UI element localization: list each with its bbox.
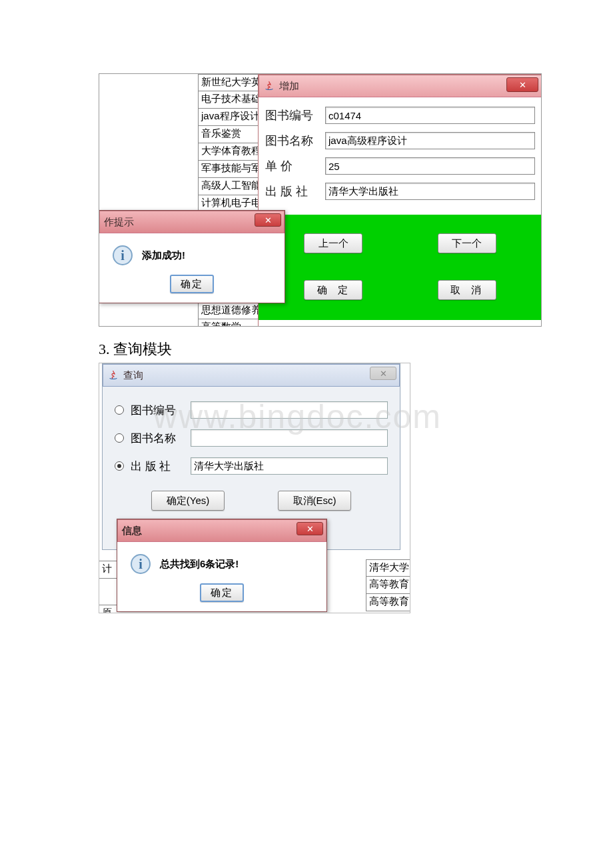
query-cancel-button[interactable]: 取消(Esc) (278, 491, 351, 511)
cell: 原理 (99, 605, 118, 613)
query-body: 图书编号 图书名称 出 版 社 确定(Yes) 取消(Esc) (103, 387, 400, 523)
info-message: 总共找到6条记录! (160, 558, 239, 571)
info-icon: i (113, 245, 133, 265)
java-icon (107, 369, 119, 381)
info-dialog: 信息 ✕ i 总共找到6条记录! 确定 (117, 519, 327, 612)
prompt-message: 添加成功! (142, 249, 185, 262)
book-name-label: 图书名称 (265, 133, 325, 149)
cell: 计 (99, 561, 118, 578)
prompt-dialog: 作提示 ✕ i 添加成功! 确定 (99, 210, 285, 303)
result-right-column: 清华大学 高等教育 高等教育 (366, 559, 410, 611)
book-id-label: 图书编号 (265, 107, 325, 123)
prev-button[interactable]: 上一个 (304, 233, 362, 253)
close-icon: ✕ (265, 215, 272, 225)
close-button[interactable]: ✕ (506, 77, 538, 92)
ok-button[interactable]: 确 定 (304, 280, 362, 300)
query-title: 查询 (123, 369, 143, 382)
screenshot-2: 查询 ✕ 图书编号 图书名称 出 版 社 确定(Yes) 取消(Esc) (99, 363, 410, 613)
info-title: 信息 (122, 525, 142, 537)
radio-book-id-label: 图书编号 (131, 403, 191, 418)
result-left-column: 计 原理 (99, 561, 118, 613)
add-titlebar[interactable]: 增加 ✕ (259, 75, 542, 97)
cell: 清华大学 (366, 559, 410, 577)
cell (99, 578, 118, 605)
add-window: 增加 ✕ 图书编号 图书名称 单 价 出 版 社 上一个 (258, 74, 542, 327)
info-icon: i (131, 554, 151, 574)
cell: 高等教育 (366, 577, 410, 594)
close-icon: ✕ (306, 524, 314, 534)
prompt-title: 作提示 (104, 216, 134, 229)
query-titlebar[interactable]: 查询 ✕ (103, 364, 400, 387)
publisher-label: 出 版 社 (265, 183, 325, 199)
close-icon: ✕ (380, 369, 387, 379)
screenshot-1: 新世纪大学英语 电子技术基础 java程序设计 音乐鉴赏 大学体育教程 军事技能… (99, 73, 542, 327)
info-ok-button[interactable]: 确定 (200, 583, 244, 602)
prompt-titlebar[interactable]: 作提示 ✕ (99, 211, 285, 233)
query-ok-button[interactable]: 确定(Yes) (151, 491, 225, 511)
green-panel: 上一个 下一个 确 定 取 消 (259, 215, 542, 320)
close-button[interactable]: ✕ (255, 213, 281, 227)
radio-dot (117, 464, 121, 468)
cell: 高等教育 (366, 594, 410, 611)
query-book-id-input[interactable] (191, 401, 388, 419)
next-button[interactable]: 下一个 (438, 233, 496, 253)
close-icon: ✕ (519, 80, 526, 90)
info-titlebar[interactable]: 信息 ✕ (117, 519, 326, 542)
radio-book-name[interactable] (115, 433, 124, 443)
cancel-button[interactable]: 取 消 (438, 280, 496, 300)
close-button[interactable]: ✕ (297, 522, 323, 535)
price-input[interactable] (325, 157, 535, 175)
book-name-input[interactable] (325, 132, 535, 149)
radio-book-id[interactable] (115, 405, 124, 415)
add-title: 增加 (279, 80, 299, 93)
radio-publisher[interactable] (115, 461, 124, 471)
price-label: 单 价 (265, 158, 325, 174)
radio-book-name-label: 图书名称 (131, 431, 191, 446)
add-form: 图书编号 图书名称 单 价 出 版 社 (259, 97, 542, 215)
publisher-input[interactable] (325, 183, 535, 200)
radio-publisher-label: 出 版 社 (131, 459, 191, 474)
close-button[interactable]: ✕ (370, 367, 396, 380)
query-book-name-input[interactable] (191, 429, 388, 447)
java-icon (263, 80, 275, 92)
section-heading: 3. 查询模块 (99, 339, 172, 359)
query-publisher-input[interactable] (191, 457, 388, 475)
prompt-ok-button[interactable]: 确定 (170, 275, 214, 293)
book-id-input[interactable] (325, 107, 535, 124)
